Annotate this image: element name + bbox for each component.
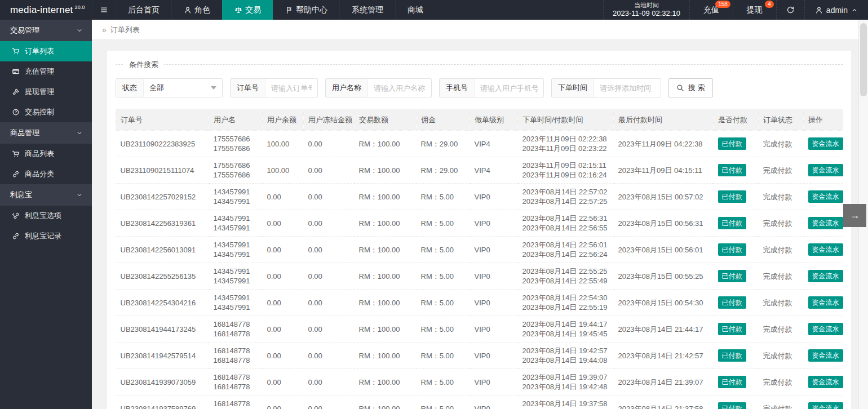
frozen-cell: 0.00 <box>304 237 355 263</box>
order-no-cell: UB2308141942579514 <box>116 343 209 369</box>
fund-flow-button[interactable]: 资金流水 <box>808 402 843 409</box>
paid-badge: 已付款 <box>718 323 746 335</box>
order-no-cell: UB2308142255256135 <box>116 263 209 290</box>
status-cell: 完成付款 <box>759 210 804 237</box>
sidebar-item-recharge-mgmt[interactable]: 充值管理 <box>0 61 92 82</box>
search-button[interactable]: 搜 索 <box>668 78 713 97</box>
fund-flow-button[interactable]: 资金流水 <box>808 164 843 176</box>
frozen-cell: 0.00 <box>304 369 355 395</box>
commission-cell: RM：5.00 <box>417 290 470 316</box>
column-header: 用户冻结金额 <box>304 109 355 131</box>
nav-item-label: 帮助中心 <box>296 5 327 15</box>
last-pay-time-cell: 2023年08月14日 21:37:58 <box>614 395 714 409</box>
last-pay-time-cell: 2023年08月15日 00:55:25 <box>614 263 714 290</box>
order-time-field-label: 下单时间 <box>552 79 594 97</box>
level-cell: VIP4 <box>470 131 518 157</box>
fund-flow-button[interactable]: 资金流水 <box>808 376 843 388</box>
order-time-input[interactable] <box>594 79 661 97</box>
sidebar-item-withdraw-mgmt[interactable]: 提现管理 <box>0 82 92 102</box>
order-table: 订单号用户名用户余额用户冻结金额交易数额佣金做单级别下单时间/付款时间最后付款时… <box>116 109 843 409</box>
username-line: 175557686 <box>214 170 258 180</box>
search-icon <box>676 84 684 92</box>
order-time-line: 2023年08月14日 22:56:24 <box>522 250 609 259</box>
sidebar-item-label: 提现管理 <box>25 87 54 97</box>
scrollbar-thumb[interactable] <box>860 23 867 96</box>
last-pay-time-cell: 2023年08月15日 00:57:02 <box>614 184 714 210</box>
balance-cell: 0.00 <box>263 290 304 316</box>
level-cell: VIP0 <box>470 290 518 316</box>
sidebar-group-trade-mgmt[interactable]: 交易管理 <box>0 20 92 41</box>
breadcrumb-arrow-icon: » <box>102 25 107 34</box>
sidebar-group-product-mgmt[interactable]: 商品管理 <box>0 122 92 144</box>
username-line: 143457991 <box>214 303 258 312</box>
frozen-cell: 0.00 <box>304 316 355 343</box>
order-time-cell: 2023年08月14日 19:37:582023年08月14日 19:38:59 <box>518 395 614 409</box>
order-time-line: 2023年08月14日 22:57:02 <box>522 187 609 197</box>
fund-flow-button[interactable]: 资金流水 <box>808 217 843 229</box>
paid-cell: 已付款 <box>714 263 759 290</box>
order-time-line: 2023年08月14日 22:56:31 <box>522 214 609 223</box>
sidebar-group-label: 利息宝 <box>10 190 32 200</box>
order-time-line: 2023年08月14日 22:56:55 <box>522 223 609 233</box>
sidebar-item-order-list[interactable]: 订单列表 <box>0 41 92 61</box>
recharge-link[interactable]: 充值 158 <box>689 0 733 20</box>
user-menu[interactable]: admin <box>804 0 868 20</box>
nav-item-help[interactable]: 帮助中心 <box>273 0 339 20</box>
balance-cell: 0.00 <box>263 237 304 263</box>
username-input[interactable] <box>368 79 431 97</box>
order-table-body: UB2311090222383925175557686175557686100.… <box>116 131 843 409</box>
sidebar-item-product-list[interactable]: 商品列表 <box>0 144 92 164</box>
amount-cell: RM：100.00 <box>355 237 417 263</box>
username-group: 用户名称 <box>325 78 432 97</box>
fund-flow-button[interactable]: 资金流水 <box>808 190 843 203</box>
order-no-input[interactable] <box>265 79 317 97</box>
frozen-cell: 0.00 <box>304 263 355 290</box>
username-cell: 175557686175557686 <box>209 131 263 157</box>
action-cell: 资金流水 <box>804 263 843 290</box>
status-select[interactable]: 状态 全部 <box>116 78 223 97</box>
app-logo: media-internet20.0 <box>0 0 92 20</box>
fund-flow-button[interactable]: 资金流水 <box>808 243 843 256</box>
panel-collapse-button[interactable]: → <box>843 204 866 227</box>
fund-flow-button[interactable]: 资金流水 <box>808 270 843 282</box>
commission-cell: RM：29.00 <box>417 157 470 184</box>
nav-item-label: 后台首页 <box>128 5 160 15</box>
paid-badge: 已付款 <box>718 402 746 409</box>
username-cell: 168148778168148778 <box>209 369 263 395</box>
fund-flow-button[interactable]: 资金流水 <box>808 296 843 309</box>
nav-item-home[interactable]: 后台首页 <box>116 0 171 20</box>
order-no-cell: UB2311090222383925 <box>116 131 209 157</box>
sidebar-group-lixibao[interactable]: 利息宝 <box>0 184 92 206</box>
link-icon <box>11 232 20 240</box>
refresh-button[interactable] <box>776 0 804 20</box>
nav-item-trade[interactable]: 交易 <box>222 0 273 20</box>
action-cell: 资金流水 <box>804 369 843 395</box>
sidebar-item-label: 交易控制 <box>25 107 54 117</box>
withdraw-link[interactable]: 提现 4 <box>733 0 776 20</box>
username-line: 168148778 <box>214 382 258 392</box>
amount-cell: RM：100.00 <box>355 369 417 395</box>
order-no-cell: UB2308142256013091 <box>116 237 209 263</box>
order-time-cell: 2023年08月14日 22:55:252023年08月14日 22:55:49 <box>518 263 614 290</box>
nav-item-roles[interactable]: 角色 <box>171 0 222 20</box>
phone-input[interactable] <box>475 79 543 97</box>
order-no-cell: UB2311090215111074 <box>116 157 209 184</box>
sidebar-item-trade-control[interactable]: 交易控制 <box>0 102 92 122</box>
fund-flow-button[interactable]: 资金流水 <box>808 137 843 150</box>
status-cell: 完成付款 <box>759 157 804 184</box>
frozen-cell: 0.00 <box>304 131 355 157</box>
sidebar-item-product-category[interactable]: 商品分类 <box>0 164 92 184</box>
last-pay-time-cell: 2023年08月14日 21:42:57 <box>614 343 714 369</box>
fund-flow-button[interactable]: 资金流水 <box>808 349 843 362</box>
fund-flow-button[interactable]: 资金流水 <box>808 323 843 335</box>
paid-cell: 已付款 <box>714 237 759 263</box>
balance-cell: 0.00 <box>263 316 304 343</box>
nav-item-system[interactable]: 系统管理 <box>339 0 395 20</box>
order-time-line: 2023年08月14日 19:39:07 <box>522 372 609 382</box>
sidebar-item-lixibao-records[interactable]: 利息宝记录 <box>0 226 92 246</box>
sidebar-item-lixibao-options[interactable]: 利息宝选项 <box>0 206 92 226</box>
nav-item-mall[interactable]: 商城 <box>395 0 435 20</box>
chevron-down-icon <box>76 27 83 34</box>
order-time-line: 2023年08月14日 19:42:57 <box>522 346 609 355</box>
sidebar-toggle-button[interactable] <box>92 0 116 20</box>
